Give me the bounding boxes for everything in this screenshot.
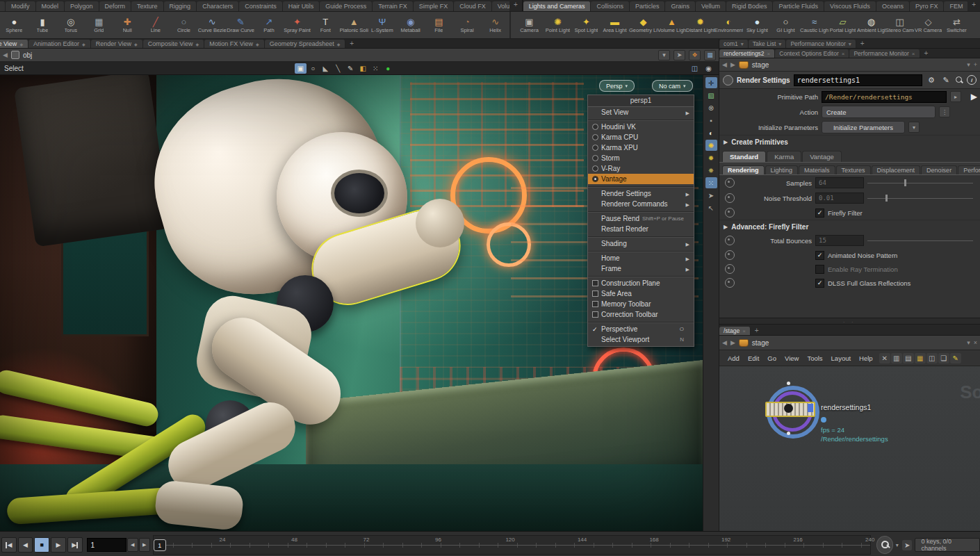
noise-threshold-field[interactable]: 0.01 bbox=[815, 193, 864, 204]
shelf-tab[interactable]: Lights and Cameras bbox=[523, 1, 591, 11]
section-tab[interactable]: Performance bbox=[958, 165, 980, 174]
stage-path[interactable]: stage bbox=[752, 61, 769, 69]
shelf-tool[interactable]: ≈ Caustic Light bbox=[800, 12, 828, 38]
shelf-tab[interactable]: FEM bbox=[944, 1, 967, 11]
pane-tab-marker-icon[interactable]: ◆ bbox=[19, 42, 23, 47]
network-editor-canvas[interactable]: Solaris rendersettings1 fps = 24 /Render… bbox=[719, 366, 980, 531]
shelf-tool[interactable]: ✚ Null bbox=[113, 12, 142, 38]
menu-item[interactable]: Safe Area bbox=[588, 288, 694, 299]
node-output-dot[interactable] bbox=[821, 417, 826, 423]
pane-tab[interactable]: Performance Monitor× bbox=[849, 49, 920, 58]
playhead[interactable]: 1 bbox=[154, 539, 166, 551]
viewport-tool-icon[interactable]: ✹ bbox=[705, 152, 717, 163]
action-dropdown[interactable]: Create bbox=[822, 106, 936, 118]
current-frame-field[interactable]: 1 bbox=[87, 538, 126, 552]
network-menu[interactable]: Tools bbox=[803, 353, 826, 363]
back-icon[interactable]: ◀ bbox=[722, 61, 727, 68]
viewport-layout-icon[interactable]: ◫ bbox=[689, 63, 701, 74]
shelf-tool[interactable]: ↗ Path bbox=[255, 12, 284, 38]
shelf-tab[interactable]: Viscous Fluids bbox=[824, 1, 876, 11]
menu-item[interactable]: Houdini VK bbox=[588, 122, 694, 132]
menu-item[interactable]: Perspective O bbox=[588, 324, 694, 334]
shelf-tool[interactable]: ▲ Platonic Solids bbox=[340, 12, 368, 38]
shelf-tab[interactable]: Particle Fluids bbox=[773, 1, 824, 11]
expand-panel-icon[interactable]: ▶ bbox=[971, 92, 977, 101]
info-icon[interactable]: i bbox=[967, 75, 977, 85]
keys-channels-button[interactable]: 0 keys, 0/0 channels bbox=[915, 538, 980, 552]
shelf-tab[interactable]: Vellum bbox=[696, 1, 726, 11]
search-icon[interactable] bbox=[955, 76, 963, 84]
shelf-tool[interactable]: ◆ Geometry Light bbox=[629, 12, 658, 38]
shelf-tab[interactable]: Terrain FX bbox=[373, 1, 414, 11]
network-menu[interactable]: Help bbox=[855, 353, 877, 363]
ray-termination-checkbox[interactable] bbox=[815, 265, 824, 274]
shelf-tool[interactable]: ◫ Stereo Camera bbox=[885, 12, 914, 38]
viewport-tool-icon[interactable]: ▧ bbox=[705, 90, 717, 101]
shelf-tool[interactable]: ● Sphere bbox=[0, 12, 28, 38]
new-pane-tab-button[interactable]: + bbox=[856, 39, 869, 48]
parm-dial-icon[interactable] bbox=[725, 236, 735, 245]
shelf-tab[interactable]: Oceans bbox=[876, 1, 910, 11]
shelf-tool[interactable]: ○ GI Light bbox=[771, 12, 800, 38]
parm-dial-icon[interactable] bbox=[725, 264, 735, 274]
pane-tab[interactable]: Animation Editor◆ bbox=[28, 40, 91, 48]
shelf-tab[interactable]: Simple FX bbox=[414, 1, 455, 11]
path-chooser-button[interactable]: ▸ bbox=[950, 91, 961, 102]
pane-tab[interactable]: Composite View◆ bbox=[143, 40, 205, 48]
shelf-tool[interactable]: ✺ Point Light bbox=[544, 12, 572, 38]
menu-item[interactable]: Memory Toolbar bbox=[588, 299, 694, 309]
network-toolbar-icon[interactable]: ✕ bbox=[879, 353, 890, 363]
network-toolbar-icon[interactable]: ▤ bbox=[903, 353, 914, 363]
network-toolbar-icon[interactable]: ▥ bbox=[891, 353, 902, 363]
node-output-port[interactable] bbox=[787, 432, 790, 435]
network-menu[interactable]: Go bbox=[763, 353, 781, 363]
menu-item[interactable]: Storm bbox=[588, 153, 694, 163]
shelf-tab[interactable]: Volume bbox=[492, 1, 509, 11]
parm-dial-icon[interactable] bbox=[725, 193, 735, 203]
shelf-tab[interactable]: Polygon bbox=[65, 1, 99, 11]
new-pane-tab-button[interactable]: + bbox=[345, 39, 358, 48]
shelf-tab[interactable]: Hair Utils bbox=[283, 1, 320, 11]
chevron-down-icon[interactable]: ▾ bbox=[896, 542, 899, 548]
selection-mode-icon[interactable]: ○ bbox=[307, 63, 319, 74]
shelf-tool[interactable]: ◉ Metaball bbox=[396, 12, 425, 38]
jump-to-end-button[interactable]: ▶ bbox=[67, 537, 83, 553]
gear-icon[interactable]: ⚙ bbox=[926, 76, 937, 85]
shelf-tool[interactable]: ▮ Tube bbox=[28, 12, 57, 38]
network-toolbar-icon[interactable]: ▦ bbox=[915, 353, 926, 363]
menu-item[interactable]: Shading bbox=[588, 238, 694, 249]
pane-tab[interactable]: rendersettings2× bbox=[719, 49, 775, 58]
selection-mode-icon[interactable]: ⁙ bbox=[370, 63, 382, 74]
selection-mode-icon[interactable]: ✎ bbox=[345, 63, 357, 74]
shelf-tool[interactable]: ✦ Spot Light bbox=[572, 12, 601, 38]
section-tab[interactable]: Lighting bbox=[765, 165, 799, 174]
node-name-field[interactable]: rendersettings1 bbox=[794, 74, 922, 86]
path-dropdown-icon[interactable]: ▾ bbox=[658, 50, 670, 60]
viewport-tool-icon[interactable]: ↖ bbox=[705, 202, 717, 213]
close-icon[interactable]: × bbox=[912, 51, 915, 57]
shelf-tab[interactable]: Collisions bbox=[591, 1, 630, 11]
play-reverse-button[interactable]: ◀ bbox=[18, 537, 33, 553]
close-icon[interactable]: × bbox=[767, 51, 771, 57]
menu-item[interactable]: Karma XPU bbox=[588, 142, 694, 153]
timeline-ruler[interactable]: 1 24487296120144168192216240 bbox=[153, 535, 871, 555]
parm-dial-icon[interactable] bbox=[725, 178, 735, 188]
samples-field[interactable]: 64 bbox=[815, 177, 864, 188]
shelf-tool[interactable]: ✦ Spray Paint bbox=[283, 12, 311, 38]
viewport-tool-icon[interactable]: ▪ bbox=[705, 115, 717, 126]
menu-item[interactable]: Render Settings bbox=[588, 188, 694, 199]
selection-mode-icon[interactable]: ◧ bbox=[357, 63, 369, 74]
new-pane-tab-button[interactable]: + bbox=[920, 49, 933, 58]
renderer-tab[interactable]: Karma bbox=[767, 151, 801, 162]
pane-tab-marker-icon[interactable]: ◆ bbox=[256, 42, 259, 47]
menu-item[interactable]: Frame bbox=[588, 263, 694, 274]
pane-splitter[interactable]: ∙ ∙ bbox=[719, 318, 980, 325]
close-icon[interactable]: × bbox=[974, 339, 977, 346]
jump-to-start-button[interactable]: ◀ bbox=[1, 537, 17, 553]
shelf-tab[interactable]: Model bbox=[36, 1, 65, 11]
network-menu[interactable]: Layout bbox=[827, 353, 856, 363]
forward-icon[interactable]: ▶ bbox=[730, 61, 735, 68]
shelf-tab[interactable]: Particles bbox=[630, 1, 666, 11]
shelf-tool[interactable]: ∿ Helix bbox=[481, 12, 509, 38]
parm-dial-icon[interactable] bbox=[725, 208, 735, 218]
